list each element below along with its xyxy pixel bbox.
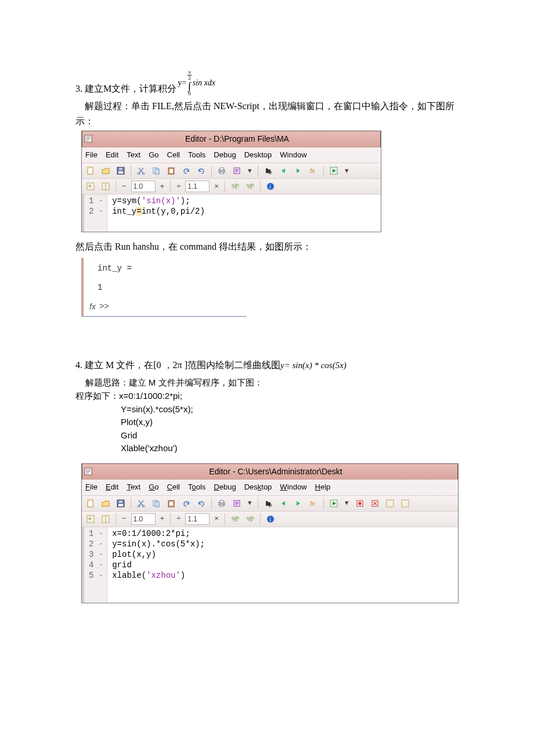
cell-split-icon[interactable] xyxy=(99,180,112,193)
dropdown-caret-icon-2[interactable]: ▾ xyxy=(342,497,351,509)
save-icon[interactable] xyxy=(114,164,127,177)
menu-text[interactable]: Text xyxy=(127,149,140,161)
breakpoint-set-icon[interactable] xyxy=(353,497,366,510)
menu-tools[interactable]: Tools xyxy=(188,481,205,494)
paste-icon[interactable] xyxy=(165,164,178,177)
menu-text[interactable]: Text xyxy=(127,481,140,494)
redo-icon[interactable] xyxy=(195,497,208,510)
dropdown-caret-icon[interactable]: ▾ xyxy=(246,165,254,177)
menu-edit[interactable]: Edit xyxy=(106,481,118,494)
undo-icon[interactable] xyxy=(180,497,193,510)
menu-edit[interactable]: Edit xyxy=(106,149,118,161)
svg-rect-39 xyxy=(169,502,173,506)
cell-add-icon[interactable]: + xyxy=(84,180,97,193)
editor-window-2: Editor - C:\Users\Administrator\Deskt Fi… xyxy=(81,463,459,603)
print-icon[interactable] xyxy=(215,164,228,177)
eval-cell-icon[interactable]: %% xyxy=(229,513,241,525)
menu-window[interactable]: Window xyxy=(280,149,306,161)
cmd-prompt[interactable]: fx >> xyxy=(89,300,240,314)
cell-add-icon[interactable]: + xyxy=(84,513,97,525)
step-out-icon[interactable] xyxy=(399,497,412,510)
plus-icon[interactable]: + xyxy=(158,181,167,193)
svg-rect-33 xyxy=(119,501,122,503)
editor2-toolbar-2: + − + ÷ × %% %% i xyxy=(82,512,458,527)
svg-text:i: i xyxy=(269,516,271,523)
editor1-toolbar-1: ▾ fx ▾ xyxy=(82,163,381,179)
print-icon[interactable] xyxy=(215,497,228,510)
cell-split-icon[interactable] xyxy=(99,513,112,525)
menu-desktop[interactable]: Desktop xyxy=(244,481,272,494)
svg-rect-13 xyxy=(220,168,223,170)
menu-help[interactable]: Help xyxy=(315,481,331,494)
open-file-icon[interactable] xyxy=(99,497,112,510)
forward-icon[interactable] xyxy=(292,497,305,510)
menu-window[interactable]: Window xyxy=(280,481,306,494)
minus-icon[interactable]: − xyxy=(120,513,129,525)
problem-4-text: 建立 M 文件，在[0 ，2π ]范围内绘制二维曲线图 xyxy=(85,358,280,373)
eval-cell-advance-icon[interactable]: %% xyxy=(244,180,257,193)
menu-go[interactable]: Go xyxy=(149,481,158,494)
info-icon[interactable]: i xyxy=(264,180,277,193)
cell-multiply-input[interactable] xyxy=(185,513,210,525)
divide-icon[interactable]: ÷ xyxy=(174,513,183,525)
eval-cell-advance-icon[interactable]: %% xyxy=(244,513,257,525)
back-icon[interactable] xyxy=(277,497,290,510)
svg-rect-50 xyxy=(387,500,394,507)
fx-icon[interactable]: fx xyxy=(307,497,320,510)
cell-increment-input[interactable] xyxy=(131,513,156,525)
formula-body: sin xdx xyxy=(193,77,215,89)
menu-file[interactable]: File xyxy=(85,481,98,494)
run-icon[interactable] xyxy=(327,164,340,177)
forward-icon[interactable] xyxy=(292,164,305,177)
menu-file[interactable]: File xyxy=(85,149,98,161)
run-icon[interactable] xyxy=(327,497,340,510)
menu-tools[interactable]: Tools xyxy=(188,149,205,161)
times-icon[interactable]: × xyxy=(212,513,221,525)
step-in-icon[interactable] xyxy=(384,497,396,510)
find-icon[interactable] xyxy=(262,497,275,510)
publish-icon[interactable] xyxy=(230,164,243,177)
plus-icon[interactable]: + xyxy=(158,513,167,525)
fx-icon: fx xyxy=(89,300,96,314)
menu-desktop[interactable]: Desktop xyxy=(244,149,272,161)
editor2-code-area[interactable]: 1 - 2 - 3 - 4 - 5 - x=0:1/1000:2*pi; y=s… xyxy=(82,527,458,603)
breakpoint-clear-icon[interactable] xyxy=(369,497,381,510)
dropdown-caret-icon[interactable]: ▾ xyxy=(246,497,254,509)
undo-icon[interactable] xyxy=(180,164,193,177)
menu-cell[interactable]: Cell xyxy=(167,149,180,161)
copy-icon[interactable] xyxy=(150,164,163,177)
menu-debug[interactable]: Debug xyxy=(214,149,236,161)
new-file-icon[interactable] xyxy=(84,164,97,177)
code-l5: Xlable('xzhou') xyxy=(121,442,459,455)
eval-cell-icon[interactable]: %% xyxy=(229,180,241,193)
cell-multiply-input[interactable] xyxy=(185,181,210,192)
back-icon[interactable] xyxy=(277,164,290,177)
open-file-icon[interactable] xyxy=(99,164,112,177)
new-file-icon[interactable] xyxy=(84,497,97,510)
menu-cell[interactable]: Cell xyxy=(167,481,180,494)
info-icon[interactable]: i xyxy=(264,513,277,525)
menu-debug[interactable]: Debug xyxy=(214,481,236,494)
copy-icon[interactable] xyxy=(150,497,163,510)
code-l1: x=0:1/1000:2*pi; xyxy=(119,391,182,401)
paste-icon[interactable] xyxy=(165,497,178,510)
svg-rect-2 xyxy=(88,167,89,169)
save-icon[interactable] xyxy=(114,497,127,510)
editor2-code[interactable]: x=0:1/1000:2*pi; y=sin(x).*cos(5*x); plo… xyxy=(107,527,458,603)
minus-icon[interactable]: − xyxy=(120,181,129,193)
find-icon[interactable] xyxy=(262,164,275,177)
publish-icon[interactable] xyxy=(230,497,243,510)
times-icon[interactable]: × xyxy=(212,181,221,193)
redo-icon[interactable] xyxy=(195,164,208,177)
fx-icon[interactable]: fx xyxy=(307,164,320,177)
editor1-title: Editor - D:\Program Files\MA xyxy=(96,132,378,145)
divide-icon[interactable]: ÷ xyxy=(174,181,183,193)
dropdown-caret-icon-2[interactable]: ▾ xyxy=(342,165,351,177)
cell-increment-input[interactable] xyxy=(131,181,156,192)
editor1-code-area[interactable]: 1 - 2 - y=sym('sin(x)'); int_y=int(y,0,p… xyxy=(82,195,381,232)
cut-icon[interactable] xyxy=(135,164,147,177)
editor1-code[interactable]: y=sym('sin(x)'); int_y=int(y,0,pi/2) xyxy=(107,195,381,232)
cut-icon[interactable] xyxy=(135,497,147,510)
menu-go[interactable]: Go xyxy=(149,149,158,161)
svg-rect-9 xyxy=(155,169,159,174)
